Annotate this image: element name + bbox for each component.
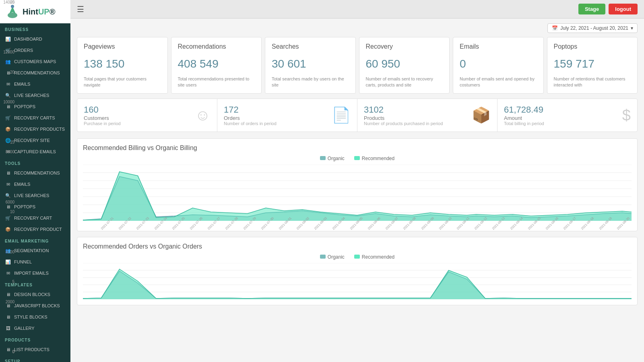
sidebar-item-label: SEGMENTATION bbox=[14, 248, 49, 253]
card-title-1: Recomendations bbox=[178, 43, 255, 50]
sidebar-item-label: RECOMMENDATIONS bbox=[14, 171, 60, 175]
card-number-3: 60 950 bbox=[366, 58, 443, 70]
chart2-svg bbox=[83, 263, 632, 299]
summary-number-1: 172 bbox=[224, 105, 277, 115]
main-area: ☰ Stage logout 📅 July 22, 2021 - August … bbox=[70, 0, 644, 362]
menu-icon[interactable]: ☰ bbox=[77, 4, 84, 14]
logout-button[interactable]: logout bbox=[609, 4, 638, 14]
date-range-value: July 22, 2021 - August 20, 2021 bbox=[560, 25, 628, 31]
chart2-title: Recommended Orders vs Organic Orders bbox=[83, 243, 632, 250]
legend2-recommended: Recommended bbox=[354, 254, 394, 260]
stat-card-2: Searches 30 601 Total searches made by u… bbox=[265, 37, 356, 94]
svg-marker-19 bbox=[83, 271, 632, 299]
summary-number-3: 61,728.49 bbox=[504, 105, 544, 115]
card-desc-5: Number of retentions that customers inte… bbox=[554, 76, 631, 88]
stat-card-1: Recomendations 408 549 Total recommendat… bbox=[171, 37, 262, 94]
card-desc-1: Total recommendations presented to site … bbox=[178, 76, 255, 88]
sidebar-item-label: POPTOPS bbox=[14, 204, 35, 209]
summary-sub-3: Total billing in period bbox=[504, 121, 544, 126]
summary-sub-0: Purchase in period bbox=[84, 121, 121, 126]
summary-label-1: Orders bbox=[224, 115, 277, 121]
summary-item-1: 172 Orders Number of orders in period 📄 bbox=[217, 99, 357, 132]
chart1-title: Recommended Billing vs Organic Billing bbox=[83, 144, 632, 152]
sidebar-item-label: EMAILS bbox=[14, 82, 30, 86]
summary-text-1: 172 Orders Number of orders in period bbox=[224, 105, 277, 126]
summary-icon-0: ☺ bbox=[195, 107, 211, 124]
summary-item-3: 61,728.49 Amount Total billing in period… bbox=[497, 99, 637, 132]
date-range-row: 📅 July 22, 2021 - August 20, 2021 ▾ bbox=[77, 23, 638, 33]
card-desc-3: Number of emails sent to recovery carts,… bbox=[366, 76, 443, 88]
sidebar-item-label: ORDERS bbox=[14, 48, 33, 53]
summary-item-2: 3102 Products Number of products purchas… bbox=[357, 99, 497, 132]
chart1-section: Recommended Billing vs Organic Billing O… bbox=[77, 138, 638, 231]
summary-item-0: 160 Customers Purchase in period ☺ bbox=[77, 99, 217, 132]
sidebar-item-label: RECOVERY CARTS bbox=[14, 115, 55, 120]
card-number-5: 159 717 bbox=[554, 58, 631, 70]
sidebar-item-label: CUSTOMERS MAPS bbox=[14, 59, 56, 64]
summary-label-0: Customers bbox=[84, 115, 121, 121]
summary-label-2: Products bbox=[364, 115, 443, 121]
summary-icon-3: $ bbox=[622, 107, 631, 124]
summary-sub-2: Number of products purchased in period bbox=[364, 121, 443, 126]
card-title-4: Emails bbox=[460, 43, 537, 50]
sidebar-item-label: GALLERY bbox=[14, 326, 35, 331]
card-title-2: Searches bbox=[272, 43, 349, 50]
svg-marker-11 bbox=[83, 177, 632, 221]
sidebar-item-label: DASHBOARD bbox=[14, 37, 42, 41]
calendar-icon: 📅 bbox=[552, 25, 558, 31]
svg-marker-20 bbox=[83, 269, 632, 299]
sidebar-item-label: RECOVERY PRODUCTS bbox=[14, 127, 65, 132]
date-range-box[interactable]: 📅 July 22, 2021 - August 20, 2021 ▾ bbox=[547, 23, 638, 33]
svg-marker-12 bbox=[83, 172, 632, 221]
card-title-5: Poptops bbox=[554, 43, 631, 50]
stat-cards-row: Pageviews 138 150 Total pages that your … bbox=[77, 37, 638, 94]
sidebar-item-label: RECOMMENDATIONS bbox=[14, 70, 60, 75]
sidebar-item-label: JAVASCRIPT BLOCKS bbox=[14, 303, 60, 308]
chart1-svg bbox=[83, 165, 632, 221]
card-number-1: 408 549 bbox=[178, 58, 255, 70]
chart1-legend: Organic Recommended bbox=[83, 156, 632, 161]
sidebar-item-label: STYLE BLOCKS bbox=[14, 315, 47, 319]
card-number-4: 0 bbox=[460, 58, 537, 70]
sidebar-item-label: RECOVERY CART bbox=[14, 216, 52, 220]
sidebar-item-label: LIVE SEARCHES bbox=[14, 193, 49, 198]
chart2-legend: Organic Recommended bbox=[83, 254, 632, 260]
content-area: 📅 July 22, 2021 - August 20, 2021 ▾ Page… bbox=[70, 19, 644, 362]
summary-text-3: 61,728.49 Amount Total billing in period bbox=[504, 105, 544, 126]
summary-icon-1: 📄 bbox=[332, 106, 351, 124]
sidebar-item-label: LIST PRODUCTS bbox=[14, 347, 50, 352]
card-desc-0: Total pages that your customers navigate bbox=[84, 76, 161, 88]
summary-label-3: Amount bbox=[504, 115, 544, 121]
sidebar-item-label: POPTOPS bbox=[14, 104, 35, 109]
sidebar-item-label: RECOVERY SITE bbox=[14, 138, 50, 143]
chart1-body: 14000120001000080006000400020000 bbox=[83, 165, 632, 225]
summary-sub-1: Number of orders in period bbox=[224, 121, 277, 126]
summary-row: 160 Customers Purchase in period ☺ 172 O… bbox=[77, 99, 638, 132]
sidebar-item-label: DESIGN BLOCKS bbox=[14, 292, 50, 297]
sidebar-item-label: CAPTURED EMAILS bbox=[14, 149, 56, 154]
summary-icon-2: 📦 bbox=[472, 106, 491, 124]
stat-card-0: Pageviews 138 150 Total pages that your … bbox=[77, 37, 168, 94]
dropdown-icon: ▾ bbox=[631, 25, 633, 31]
card-title-3: Recovery bbox=[366, 43, 443, 50]
summary-text-0: 160 Customers Purchase in period bbox=[84, 105, 121, 126]
legend-organic: Organic bbox=[320, 156, 345, 161]
legend2-organic: Organic bbox=[320, 254, 345, 260]
stat-card-5: Poptops 159 717 Number of retentions tha… bbox=[547, 37, 638, 94]
sidebar-item-label: EMAILS bbox=[14, 182, 30, 187]
summary-number-0: 160 bbox=[84, 105, 121, 115]
card-title-0: Pageviews bbox=[84, 43, 161, 50]
summary-text-2: 3102 Products Number of products purchas… bbox=[364, 105, 443, 126]
summary-number-2: 3102 bbox=[364, 105, 443, 115]
logo-text: HintUP® bbox=[23, 7, 55, 16]
chart1-area: 2021-07-212021-07-222021-07-232021-07-24… bbox=[83, 165, 632, 225]
stage-button[interactable]: Stage bbox=[578, 4, 605, 14]
card-desc-4: Number of emails sent and opened by cost… bbox=[460, 76, 537, 88]
sidebar-item-label: IMPORT EMAILS bbox=[14, 271, 49, 276]
sidebar-item-label: RECOVERY PRODUCT bbox=[14, 227, 62, 232]
chart2-body: 2520151050 bbox=[83, 263, 632, 299]
sidebar-section-label: SETUP bbox=[0, 355, 70, 362]
sidebar-item-label: FUNNEL bbox=[14, 259, 32, 264]
chart2-area bbox=[83, 263, 632, 299]
chart1-x-labels: 2021-07-212021-07-222021-07-232021-07-24… bbox=[83, 222, 632, 225]
